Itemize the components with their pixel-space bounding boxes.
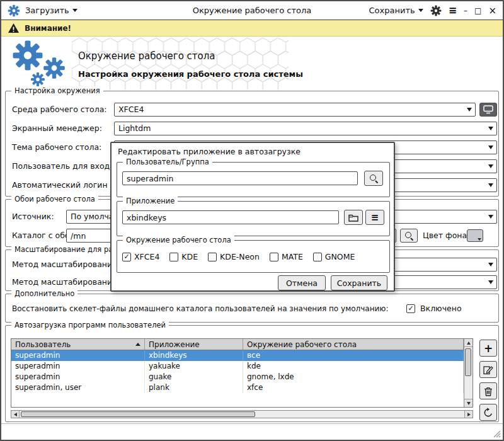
scrollbar-thumb[interactable]	[465, 348, 471, 376]
scaling-method-label-2: Метод масштабирования	[12, 275, 117, 289]
table-row[interactable]: superadmin, user plank xfce	[11, 382, 464, 393]
refresh-icon	[483, 408, 493, 418]
settings-gear-icon[interactable]	[430, 5, 442, 16]
menu-lines-icon: ≡	[371, 212, 379, 223]
checkbox-icon: ✓	[122, 253, 131, 261]
desktop-environment-value: XFCE4	[118, 103, 144, 116]
scroll-up-button[interactable]	[464, 339, 472, 347]
app-window: Окружение рабочего стола Загрузить Сохра…	[0, 0, 504, 441]
application-list-button[interactable]: ≡	[365, 210, 384, 225]
checkbox-mate[interactable]: MATE	[270, 252, 303, 261]
scrollbar-thumb[interactable]	[21, 411, 255, 417]
cell-app: plank	[145, 382, 243, 393]
user-group-fieldset: Пользователь/Группа	[117, 162, 390, 197]
column-header-app[interactable]: Приложение	[145, 339, 243, 350]
warning-text: Внимание!	[25, 24, 71, 33]
application-legend: Приложение	[123, 197, 178, 206]
load-menu-button[interactable]: Загрузить	[25, 6, 77, 15]
user-search-button[interactable]	[364, 171, 383, 186]
menu-icon[interactable]: ≡	[449, 1, 457, 20]
dialog-title: Редактировать приложение в автозагрузке	[118, 147, 301, 156]
cell-env: kde	[243, 361, 464, 372]
column-header-user[interactable]: Пользователь	[11, 339, 145, 350]
checkbox-kde[interactable]: KDE	[169, 252, 198, 261]
column-header-env[interactable]: Окружение рабочего стола	[243, 339, 464, 350]
chevron-down-icon	[488, 183, 493, 187]
chevron-down-icon	[72, 9, 77, 12]
chevron-down-icon	[467, 108, 472, 112]
display-manager-label: Экранный менеджер:	[12, 122, 102, 135]
env-setup-legend: Настройка окружения	[11, 86, 103, 96]
table-row[interactable]: superadmin xbindkeys все	[11, 350, 464, 361]
add-autostart-button[interactable]: +	[479, 340, 497, 357]
refresh-autostart-button[interactable]	[479, 404, 497, 421]
chevron-down-icon	[418, 9, 423, 12]
checkbox-label: XFCE4	[134, 252, 159, 261]
horizontal-scrollbar[interactable]	[11, 410, 473, 418]
scroll-left-button[interactable]	[11, 411, 20, 418]
enabled-label: Включено	[420, 302, 462, 316]
display-icon	[483, 105, 493, 114]
autostart-fieldset: Автозагрузка программ пользователей Поль…	[5, 325, 499, 422]
wallpaper-dir-search-button[interactable]	[400, 229, 418, 243]
checkbox-label: MATE	[282, 252, 303, 261]
vertical-scrollbar[interactable]	[464, 339, 472, 407]
table-row[interactable]: superadmin yakuake kde	[11, 361, 464, 372]
checkbox-icon	[208, 253, 217, 261]
search-icon	[369, 174, 378, 183]
checkbox-label: GNOME	[325, 252, 355, 261]
chevron-down-icon	[488, 280, 493, 284]
table-row[interactable]: superadmin guake gnome, lxde	[11, 372, 464, 382]
autostart-legend: Автозагрузка программ пользователей	[11, 321, 169, 330]
checkbox-label: KDE-Neon	[220, 252, 260, 261]
resize-grip[interactable]	[493, 430, 501, 438]
cancel-button[interactable]: Отмена	[278, 275, 326, 290]
desktop-theme-label: Тема рабочего стола:	[12, 140, 101, 154]
user-group-legend: Пользователь/Группа	[123, 158, 212, 167]
display-manager-combobox[interactable]: Lightdm	[114, 122, 497, 135]
arrow-down-icon	[467, 402, 471, 405]
desktop-env-checkbox-row: ✓ XFCE4 KDE KDE-Neon MATE GNOME	[122, 252, 355, 261]
delete-autostart-button[interactable]	[479, 382, 497, 399]
chevron-down-icon	[488, 263, 493, 266]
chevron-down-icon	[488, 164, 493, 168]
scroll-down-button[interactable]	[464, 399, 472, 407]
cell-user: superadmin	[11, 372, 145, 382]
scroll-right-button[interactable]	[464, 411, 472, 418]
application-input[interactable]	[122, 210, 339, 224]
edit-autostart-dialog: Редактировать приложение в автозагрузке …	[110, 142, 395, 292]
cell-user: superadmin, user	[11, 382, 145, 393]
save-menu-button[interactable]: Сохранить	[369, 6, 423, 15]
close-button[interactable]: ×	[488, 1, 496, 20]
save-button[interactable]: Сохранить	[331, 275, 387, 290]
edit-pencil-icon	[483, 365, 493, 375]
autostart-table: Пользователь Приложение Окружение рабоче…	[11, 338, 473, 408]
browse-file-button[interactable]	[344, 210, 363, 225]
autologin-label: Автоматический логин пол	[12, 178, 125, 192]
chevron-down-icon	[488, 127, 493, 130]
desktop-environment-combobox[interactable]: XFCE4	[114, 103, 476, 117]
desktop-env-extra-button[interactable]	[479, 103, 497, 117]
minimize-button[interactable]: –	[464, 1, 467, 20]
maximize-button[interactable]: □	[474, 1, 481, 20]
user-group-input[interactable]	[122, 171, 358, 185]
checkbox-xfce4[interactable]: ✓ XFCE4	[122, 252, 159, 261]
checkbox-icon	[313, 253, 322, 261]
hexagon-pattern	[72, 38, 289, 89]
arrow-right-icon	[467, 413, 471, 416]
titlebar: Окружение рабочего стола Загрузить Сохра…	[1, 1, 503, 20]
desktop-environment-label: Среда рабочего стола:	[12, 103, 107, 117]
checkbox-gnome[interactable]: GNOME	[313, 252, 355, 261]
wallpaper-legend: Обои рабочего стола	[11, 195, 98, 204]
app-header: Окружение рабочего стола Настройка окруж…	[1, 37, 503, 91]
cell-app: guake	[145, 372, 243, 382]
checkbox-kde-neon[interactable]: KDE-Neon	[208, 252, 260, 261]
restore-skel-checkbox[interactable]: ✓	[406, 304, 415, 313]
edit-autostart-button[interactable]	[479, 361, 497, 378]
chevron-down-icon	[488, 215, 493, 219]
status-bar	[1, 423, 503, 440]
checkbox-label: KDE	[181, 252, 198, 261]
application-fieldset: Приложение ≡	[117, 201, 390, 236]
folder-open-icon	[348, 213, 358, 222]
bg-color-button[interactable]	[467, 229, 483, 242]
